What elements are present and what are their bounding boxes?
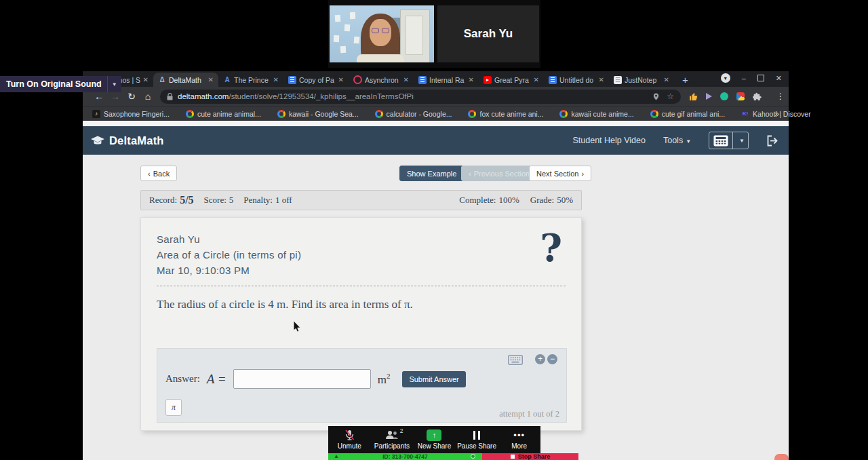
tab-close-icon[interactable]: ✕ (208, 76, 214, 83)
bookmark-saxophone[interactable]: Saxophone Fingeri... (92, 110, 170, 118)
next-section-button[interactable]: Next Section› (529, 166, 591, 181)
unmute-button[interactable]: Unmute (328, 426, 371, 453)
bookmark-calculator[interactable]: calculator - Google... (375, 110, 452, 118)
participants-count-badge: 2 (400, 427, 403, 434)
deltamath-logo[interactable]: DeltaMath (91, 126, 164, 155)
location-pin-icon[interactable] (652, 92, 660, 101)
tab-close-icon[interactable]: ✕ (338, 76, 344, 83)
tab-close-icon[interactable]: ✕ (599, 76, 604, 83)
shield-extension-icon[interactable] (736, 92, 745, 100)
tab-copy-of-pa[interactable]: Copy of Pa ✕ (283, 73, 349, 87)
bookmark-fox-cute[interactable]: fox cute anime ani... (468, 110, 543, 118)
tab-internal-ra[interactable]: Internal Ra ✕ (414, 73, 479, 87)
tab-label: Great Pyra (494, 76, 531, 84)
back-button[interactable]: ‹Back (140, 166, 177, 181)
share-up-arrow-icon: ↑ (427, 429, 441, 441)
minimize-button[interactable]: – (742, 74, 746, 82)
zoom-in-icon[interactable]: + (535, 354, 545, 364)
participants-button[interactable]: 2 Participants (371, 426, 414, 453)
bookmark-cute-anime[interactable]: cute anime animal... (186, 110, 261, 118)
penalty-stat: Penalty:1 off (243, 195, 292, 206)
mouse-cursor (294, 321, 302, 332)
chevron-right-icon: › (581, 170, 584, 178)
new-tab-button[interactable]: + (682, 73, 688, 87)
tab-close-icon[interactable]: ✕ (664, 76, 669, 83)
bookmarks-overflow-chevron[interactable]: » (774, 109, 779, 119)
graduation-cap-icon (91, 136, 104, 146)
answer-input[interactable] (233, 369, 371, 389)
browser-window: Desmos | S ✕ DeltaMath ✕ The Prince ✕ Co… (83, 71, 789, 460)
close-button[interactable]: ✕ (776, 74, 782, 83)
reload-icon[interactable]: ↻ (123, 91, 140, 102)
answer-panel: + − Answer: A = m2 Submit Answer π attem… (157, 348, 567, 423)
back-nav-icon[interactable]: ← (91, 91, 107, 102)
tab-justnotepad[interactable]: JustNotep ✕ (609, 73, 674, 87)
tab-label: Asynchron (365, 76, 401, 84)
pause-share-button[interactable]: Pause Share (456, 426, 498, 453)
microphone-muted-icon (344, 429, 355, 440)
tab-search-icon[interactable]: ▾ (721, 73, 730, 83)
site-header: DeltaMath Student Help Video Tools▼ ▼ (83, 126, 789, 155)
pi-key-button[interactable]: π (165, 399, 182, 416)
original-sound-toggle[interactable]: Turn On Original Sound ▼ (0, 76, 121, 92)
bookmark-kawaii[interactable]: kawaii - Google Sea... (277, 110, 359, 118)
google-favicon (468, 110, 476, 118)
bookmark-kawaii-cute[interactable]: kawaii cute anime... (559, 110, 633, 118)
calculator-icon[interactable] (709, 132, 732, 149)
tab-close-icon[interactable]: ✕ (403, 76, 409, 83)
submit-answer-button[interactable]: Submit Answer (402, 371, 465, 387)
help-question-mark-icon[interactable]: ? (540, 229, 562, 267)
tools-menu[interactable]: Tools▼ (663, 136, 691, 145)
forward-nav-icon[interactable]: → (107, 91, 123, 102)
chevron-left-icon: ‹ (469, 170, 471, 178)
google-favicon (559, 110, 568, 118)
chevron-up-icon[interactable]: ▲ (334, 453, 339, 459)
tab-close-icon[interactable]: ✕ (469, 76, 474, 83)
chat-widget-edge[interactable] (774, 454, 789, 460)
green-circle-extension-icon[interactable] (720, 92, 728, 100)
answer-row: Answer: A = m2 Submit Answer (165, 369, 466, 389)
tab-the-prince[interactable]: The Prince ✕ (218, 73, 283, 87)
student-help-video-link[interactable]: Student Help Video (572, 136, 646, 145)
tab-close-icon[interactable]: ✕ (143, 76, 149, 83)
puzzle-extensions-icon[interactable] (753, 92, 762, 101)
chevron-down-icon[interactable]: ▼ (107, 76, 121, 92)
tab-label: JustNotep (625, 76, 661, 84)
address-bar-row: ← → ↻ ⌂ deltamath.com/student/solve/1295… (83, 87, 789, 106)
previous-section-button[interactable]: ‹Previous Section (461, 166, 537, 181)
home-icon[interactable]: ⌂ (140, 91, 156, 102)
tab-close-icon[interactable]: ✕ (534, 76, 539, 83)
show-example-button[interactable]: Show Example (399, 166, 464, 181)
new-share-button[interactable]: ↑ New Share (413, 426, 456, 453)
logout-icon[interactable] (766, 135, 779, 147)
google-favicon (375, 110, 383, 118)
attempt-counter: attempt 1 out of 2 (499, 409, 559, 419)
window-controls: ▾ – ✕ (721, 73, 782, 83)
tab-close-icon[interactable]: ✕ (273, 76, 279, 83)
keyboard-icon[interactable] (508, 355, 523, 365)
chevron-down-icon: ▼ (686, 138, 691, 145)
bookmark-star-icon[interactable]: ☆ (667, 92, 674, 101)
chrome-menu-icon[interactable]: ⋮ (776, 92, 785, 101)
zoom-out-icon[interactable]: − (547, 354, 557, 364)
tab-asynchron[interactable]: Asynchron ✕ (349, 73, 414, 87)
restore-button[interactable] (757, 75, 764, 81)
cursor-extension-icon[interactable] (706, 93, 712, 100)
calculator-dropdown-caret[interactable]: ▼ (732, 132, 748, 149)
tab-great-pyra[interactable]: Great Pyra ✕ (479, 73, 544, 87)
more-button[interactable]: ••• More (498, 426, 540, 453)
tab-label: The Prince (234, 76, 271, 84)
tab-deltamath[interactable]: DeltaMath ✕ (153, 73, 218, 87)
stats-bar: Record:5/5 Score:5 Penalty:1 off Complet… (140, 190, 582, 210)
google-favicon (186, 110, 194, 118)
tab-untitled-doc[interactable]: Untitled do ✕ (544, 73, 609, 87)
meeting-id-bar: ▲ ID: 313-700-4747 (328, 453, 482, 460)
bookmark-cute-gif[interactable]: cute gif animal ani... (650, 110, 725, 118)
stop-share-button[interactable]: Stop Share (482, 453, 578, 460)
url-bar[interactable]: deltamath.com/student/solve/12953534/_kp… (160, 90, 681, 104)
thumbs-up-extension-icon[interactable] (689, 92, 698, 101)
webcam-video[interactable] (330, 5, 434, 62)
extensions-row: ⋮ (689, 92, 785, 101)
record-value: 5/5 (180, 194, 193, 206)
calculator-button-group[interactable]: ▼ (709, 132, 749, 149)
